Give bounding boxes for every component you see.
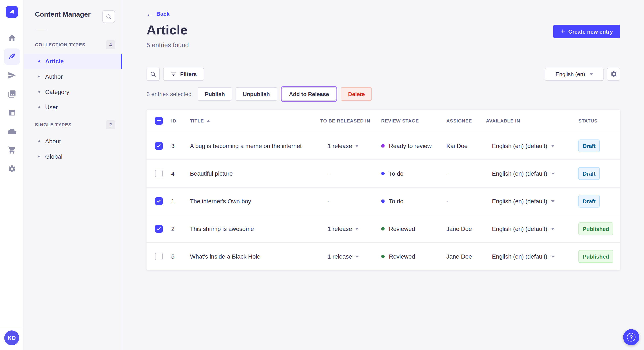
back-label: Back: [156, 11, 170, 17]
create-new-entry-button[interactable]: + Create new entry: [554, 25, 620, 38]
row-checkbox[interactable]: [155, 253, 163, 260]
cell-id: 2: [171, 225, 190, 232]
sidebar-item-user[interactable]: User: [24, 100, 122, 115]
sidebar-item-label: Article: [45, 58, 64, 65]
cell-review-stage: To do: [381, 170, 446, 177]
table-search-button[interactable]: [146, 67, 160, 81]
strapi-logo[interactable]: [6, 6, 18, 18]
add-to-release-button[interactable]: Add to Release: [282, 87, 336, 101]
view-settings-button[interactable]: [607, 67, 620, 81]
layout-icon: [8, 108, 16, 117]
table-row[interactable]: 2 This shrimp is awesome 1 release Revie…: [146, 215, 620, 242]
status-badge: Draft: [578, 140, 600, 152]
cell-release[interactable]: 1 release: [320, 143, 381, 149]
nav-cloud[interactable]: [4, 123, 20, 140]
publish-button[interactable]: Publish: [198, 87, 232, 101]
user-avatar[interactable]: KD: [4, 331, 19, 345]
cell-available-in[interactable]: English (en) (default): [486, 143, 578, 149]
pictures-icon: [8, 90, 16, 98]
available-in-value: English (en) (default): [492, 143, 547, 149]
column-header-title[interactable]: TITLE: [190, 118, 320, 123]
main-nav: KD: [0, 0, 24, 350]
row-checkbox[interactable]: [155, 225, 163, 233]
check-icon: [156, 199, 162, 204]
cell-release[interactable]: 1 release: [320, 253, 381, 260]
sidebar-item-author[interactable]: Author: [24, 69, 122, 84]
cell-release[interactable]: -: [320, 170, 381, 177]
chevron-down-icon: [355, 145, 358, 147]
cell-assignee: -: [446, 170, 486, 177]
review-stage-dot: [381, 144, 384, 148]
column-header-id[interactable]: ID: [171, 118, 190, 123]
nav-content-manager[interactable]: [4, 48, 20, 65]
single-types-count-badge: 2: [106, 120, 116, 129]
cell-assignee: Jane Doe: [446, 225, 486, 232]
create-new-entry-label: Create new entry: [568, 28, 613, 35]
sidebar-item-label: Author: [45, 73, 63, 80]
subnav-search-button[interactable]: [102, 10, 115, 23]
release-value: 1 release: [328, 225, 352, 232]
bullet-icon: [38, 156, 40, 157]
status-badge: Published: [578, 250, 613, 263]
main-content: ← Back Article 5 entries found + Create …: [122, 0, 644, 350]
cell-available-in[interactable]: English (en) (default): [486, 253, 578, 260]
bullet-icon: [38, 91, 40, 93]
sidebar-item-global[interactable]: Global: [24, 149, 122, 164]
table-row[interactable]: 3 A bug is becoming a meme on the intern…: [146, 132, 620, 160]
back-link[interactable]: ← Back: [146, 11, 170, 17]
table-row[interactable]: 1 The internet's Own boy - To do - Engli…: [146, 187, 620, 215]
unpublish-button[interactable]: Unpublish: [236, 87, 277, 101]
cell-release[interactable]: 1 release: [320, 225, 381, 232]
sidebar-item-category[interactable]: Category: [24, 84, 122, 100]
nav-content-type-builder[interactable]: [4, 105, 20, 121]
column-header-assignee: ASSIGNEE: [446, 118, 486, 123]
cell-available-in[interactable]: English (en) (default): [486, 198, 578, 204]
release-value: 1 release: [328, 253, 352, 260]
chevron-down-icon: [551, 145, 554, 147]
nav-home[interactable]: [4, 30, 20, 46]
page-title: Article: [146, 22, 188, 38]
filters-button[interactable]: Filters: [163, 67, 204, 81]
cell-review-stage: To do: [381, 198, 446, 204]
nav-settings[interactable]: [4, 161, 20, 177]
bullet-icon: [38, 60, 40, 62]
check-icon: [156, 143, 162, 149]
table-row[interactable]: 4 Beautiful picture - To do - English (e…: [146, 160, 620, 187]
nav-marketplace[interactable]: [4, 142, 20, 158]
nav-deploy[interactable]: [4, 67, 20, 83]
nav-media-library[interactable]: [4, 86, 20, 102]
plus-icon: +: [561, 28, 565, 35]
locale-select[interactable]: English (en): [545, 67, 604, 81]
bullet-icon: [38, 140, 40, 142]
single-types-header: SINGLE TYPES 2: [24, 120, 122, 129]
cell-available-in[interactable]: English (en) (default): [486, 170, 578, 177]
cell-title: What's inside a Black Hole: [190, 253, 320, 260]
sort-ascending-icon: [206, 120, 210, 122]
question-mark-icon: ?: [627, 333, 636, 342]
app: KD Content Manager COLLECTION TYPES 4 Ar…: [0, 0, 644, 350]
sidebar-item-article[interactable]: Article: [24, 54, 122, 69]
row-checkbox[interactable]: [155, 197, 163, 205]
search-icon: [106, 13, 112, 20]
row-checkbox[interactable]: [155, 170, 163, 177]
table-row[interactable]: 5 What's inside a Black Hole 1 release R…: [146, 242, 620, 270]
cell-title: This shrimp is awesome: [190, 225, 320, 232]
bulk-actions-bar: 3 entries selected Publish Unpublish Add…: [146, 87, 376, 101]
paper-plane-icon: [8, 71, 16, 80]
cell-release[interactable]: -: [320, 198, 381, 204]
column-header-to-be-released-in: TO BE RELEASED IN: [320, 118, 381, 123]
cell-available-in[interactable]: English (en) (default): [486, 225, 578, 232]
chevron-down-icon: [355, 255, 358, 257]
row-checkbox[interactable]: [155, 142, 163, 150]
help-button[interactable]: ?: [623, 329, 639, 345]
bullet-icon: [38, 106, 40, 108]
delete-button[interactable]: Delete: [341, 87, 372, 101]
status-badge: Draft: [578, 195, 600, 207]
collection-types-count-badge: 4: [106, 40, 116, 49]
bullet-icon: [38, 76, 40, 77]
chevron-down-icon: [551, 200, 554, 202]
sidebar-item-about[interactable]: About: [24, 134, 122, 149]
select-all-checkbox[interactable]: [155, 117, 163, 125]
cell-id: 5: [171, 253, 190, 260]
column-header-review-stage: REVIEW STAGE: [381, 118, 446, 123]
